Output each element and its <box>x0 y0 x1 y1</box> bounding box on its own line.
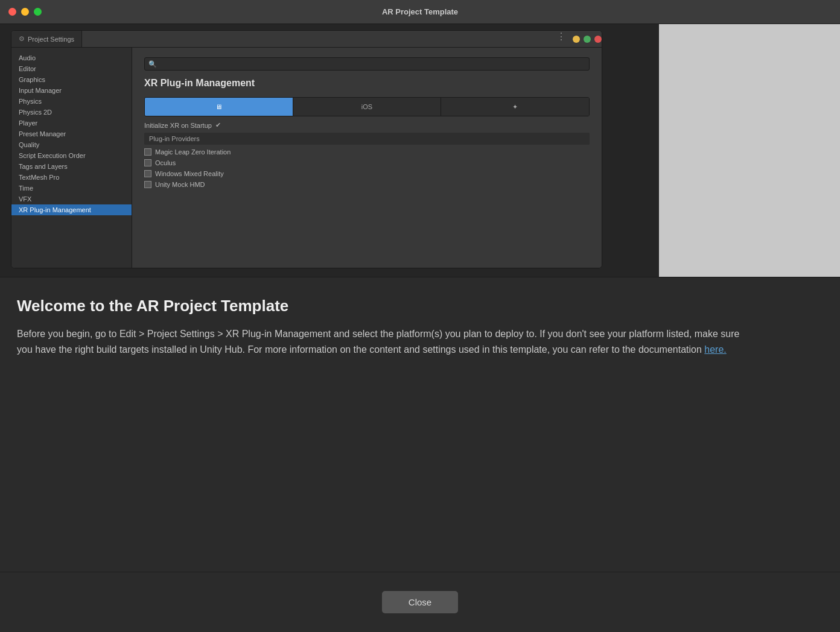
welcome-body: Before you begin, go to Edit > Project S… <box>17 326 741 358</box>
project-settings-tab[interactable]: ⚙ Project Settings <box>11 31 82 47</box>
search-bar[interactable]: 🔍 <box>144 57 590 71</box>
windows-mr-checkbox[interactable] <box>144 170 151 177</box>
unity-inner: Audio Editor Graphics Input Manager Phys… <box>11 48 602 268</box>
xr-panel-title: XR Plug-in Management <box>144 78 590 89</box>
platform-tab-desktop[interactable]: 🖥 <box>145 98 293 116</box>
sidebar-item-script-execution-order[interactable]: Script Execution Order <box>11 150 132 161</box>
main-content: ⚙ Project Settings ⋮ Audio Editor Graphi… <box>0 24 840 632</box>
sidebar-item-preset-manager[interactable]: Preset Manager <box>11 128 132 139</box>
sidebar-item-editor[interactable]: Editor <box>11 63 132 74</box>
magic-leap-checkbox[interactable] <box>144 148 151 156</box>
unity-mock-hmd-checkbox[interactable] <box>144 181 151 188</box>
sidebar-item-quality[interactable]: Quality <box>11 139 132 150</box>
unity-maximize-btn[interactable] <box>584 36 591 43</box>
unity-minimize-btn[interactable] <box>573 36 580 43</box>
ps-sidebar: Audio Editor Graphics Input Manager Phys… <box>11 48 132 268</box>
unity-mock-hmd-label: Unity Mock HMD <box>155 181 205 188</box>
more-icon[interactable]: ⋮ <box>556 31 567 47</box>
unity-window: ⚙ Project Settings ⋮ Audio Editor Graphi… <box>11 30 602 268</box>
magic-leap-label: Magic Leap Zero Iteration <box>155 148 231 156</box>
documentation-link[interactable]: here. <box>704 344 726 355</box>
provider-oculus: Oculus <box>144 159 590 166</box>
window-title: AR Project Template <box>382 7 458 16</box>
platform-tabs: 🖥 iOS ✦ <box>144 97 590 116</box>
sidebar-item-audio[interactable]: Audio <box>11 52 132 63</box>
sidebar-item-player[interactable]: Player <box>11 118 132 128</box>
right-panel <box>659 24 840 277</box>
ps-content-panel: 🔍 XR Plug-in Management 🖥 iOS ✦ Initiali… <box>132 48 602 268</box>
provider-magic-leap: Magic Leap Zero Iteration <box>144 148 590 156</box>
sidebar-item-vfx[interactable]: VFX <box>11 194 132 204</box>
window-controls <box>8 8 42 16</box>
oculus-label: Oculus <box>155 159 176 166</box>
provider-unity-mock-hmd: Unity Mock HMD <box>144 181 590 188</box>
screenshot-area: ⚙ Project Settings ⋮ Audio Editor Graphi… <box>0 24 840 277</box>
unity-close-btn[interactable] <box>594 36 602 43</box>
initialize-xr-checkbox[interactable]: ✔ <box>215 121 221 129</box>
search-icon: 🔍 <box>148 60 157 68</box>
sidebar-item-graphics[interactable]: Graphics <box>11 74 132 85</box>
sidebar-item-tags-and-layers[interactable]: Tags and Layers <box>11 161 132 172</box>
sidebar-item-physics-2d[interactable]: Physics 2D <box>11 107 132 118</box>
tab-label: Project Settings <box>28 36 74 43</box>
sidebar-item-textmesh-pro[interactable]: TextMesh Pro <box>11 172 132 183</box>
platform-tab-other[interactable]: ✦ <box>441 98 589 116</box>
windows-mr-label: Windows Mixed Reality <box>155 170 224 177</box>
sidebar-item-physics[interactable]: Physics <box>11 96 132 107</box>
close-button[interactable] <box>8 8 16 16</box>
welcome-body-text: Before you begin, go to Edit > Project S… <box>17 329 739 355</box>
unity-window-controls <box>573 31 602 47</box>
close-dialog-button[interactable]: Close <box>382 591 458 613</box>
title-bar: AR Project Template <box>0 0 840 24</box>
sidebar-item-xr-plugin-management[interactable]: XR Plug-in Management <box>11 204 132 215</box>
unity-tab-bar: ⚙ Project Settings ⋮ <box>11 31 602 48</box>
initialize-xr-row: Initialize XR on Startup ✔ <box>144 121 590 129</box>
plug-in-providers-label: Plug-in Providers <box>144 133 590 145</box>
oculus-checkbox[interactable] <box>144 159 151 166</box>
initialize-xr-label: Initialize XR on Startup <box>144 122 212 129</box>
platform-tab-ios[interactable]: iOS <box>293 98 442 116</box>
minimize-button[interactable] <box>21 8 29 16</box>
welcome-area: Welcome to the AR Project Template Befor… <box>0 277 840 572</box>
sidebar-item-input-manager[interactable]: Input Manager <box>11 85 132 96</box>
sidebar-item-time[interactable]: Time <box>11 183 132 194</box>
maximize-button[interactable] <box>34 8 42 16</box>
gear-icon: ⚙ <box>19 35 25 43</box>
welcome-title: Welcome to the AR Project Template <box>17 297 823 315</box>
close-btn-area: Close <box>0 572 840 632</box>
provider-windows-mr: Windows Mixed Reality <box>144 170 590 177</box>
